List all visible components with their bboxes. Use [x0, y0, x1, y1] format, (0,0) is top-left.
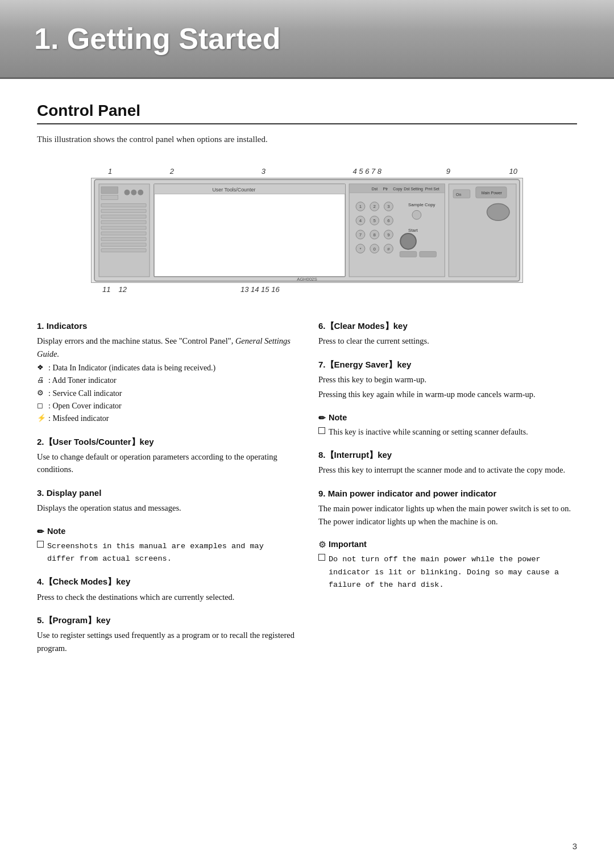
svg-point-51 [412, 210, 421, 219]
control-panel-diagram: 1 2 3 4 5 6 7 8 9 10 [91, 167, 523, 294]
service-call-icon: ⚙ [37, 388, 46, 399]
label-1: 1 [108, 167, 112, 176]
svg-text:Dst Setting: Dst Setting [404, 187, 423, 191]
toner-icon: 🖨 [37, 375, 46, 386]
service-call-text: : Service Call indicator [48, 388, 122, 399]
svg-text:3: 3 [387, 204, 390, 209]
svg-text:4: 4 [359, 218, 362, 223]
indicator-open-cover: ◻ : Open Cover indicator [37, 400, 296, 412]
note-inactive: ✏ Note This key is inactive while scanni… [318, 411, 577, 440]
panel-svg: User Tools/Counter Dst Ptr Copy Dst Sett… [91, 178, 523, 283]
svg-rect-7 [101, 204, 146, 207]
important-item: Do not turn off the main power while the… [318, 553, 577, 593]
svg-text:#: # [387, 247, 390, 252]
svg-text:Copy: Copy [393, 187, 403, 191]
important-label: Important [329, 538, 367, 550]
svg-text:On: On [456, 193, 461, 197]
data-in-text: : Data In Indicator (indicates data is b… [48, 362, 215, 374]
section-check-modes: 4.【Check Modes】key Press to check the de… [37, 575, 296, 603]
label-11: 11 [102, 285, 110, 294]
heading-main-power: 9. Main power indicator and power indica… [318, 487, 577, 500]
svg-rect-55 [420, 252, 437, 257]
svg-text:*: * [359, 247, 361, 252]
indicator-service-call: ⚙ : Service Call indicator [37, 388, 296, 399]
heading-display-panel: 3. Display panel [37, 486, 296, 499]
pencil-icon-2: ✏ [318, 411, 326, 424]
svg-rect-54 [400, 252, 417, 257]
indicator-add-toner: 🖨 : Add Toner indicator [37, 375, 296, 386]
svg-rect-11 [101, 226, 146, 229]
right-column: 6.【Clear Modes】key Press to clear the cu… [318, 319, 577, 665]
svg-point-53 [400, 233, 416, 249]
section-title: Control Panel [37, 102, 577, 124]
important-box: ⚙ Important Do not turn off the main pow… [318, 538, 577, 593]
svg-point-61 [487, 204, 510, 221]
note-item-inactive: This key is inactive while scanning or s… [318, 426, 577, 440]
intro-text: This illustration shows the control pane… [37, 135, 577, 144]
indicators-text1: Display errors and the machine status. S… [37, 335, 296, 360]
pencil-icon: ✏ [37, 525, 44, 538]
svg-text:2: 2 [373, 204, 375, 209]
important-text: Do not turn off the main power while the… [329, 553, 577, 591]
svg-rect-3 [101, 195, 118, 200]
data-in-icon: ❖ [37, 362, 46, 373]
heading-program: 5.【Program】key [37, 614, 296, 627]
section-interrupt: 8.【Interrupt】key Press this key to inter… [318, 448, 577, 477]
display-panel-text: Displays the operation status and messag… [37, 502, 296, 514]
chapter-title: 1. Getting Started [34, 22, 580, 56]
svg-text:User Tools/Counter: User Tools/Counter [212, 187, 255, 193]
svg-text:Ptr: Ptr [383, 187, 389, 191]
note-item-screenshots: Screenshots in this manual are examples … [37, 540, 296, 567]
svg-point-6 [138, 190, 143, 195]
two-column-content: 1. Indicators Display errors and the mac… [37, 319, 577, 665]
page-number: 3 [572, 841, 577, 851]
left-column: 1. Indicators Display errors and the mac… [37, 319, 296, 665]
svg-rect-10 [101, 220, 146, 224]
misfeed-icon: ⚡ [37, 413, 46, 424]
clear-modes-text: Press to clear the current settings. [318, 335, 577, 347]
svg-text:9: 9 [387, 232, 390, 237]
energy-saver-text2: Pressing this key again while in warm-up… [318, 388, 577, 400]
svg-text:1: 1 [359, 204, 362, 209]
misfeed-text: : Misfeed indicator [48, 413, 109, 424]
svg-rect-2 [101, 187, 118, 194]
svg-rect-14 [101, 243, 146, 247]
heading-interrupt: 8.【Interrupt】key [318, 448, 577, 461]
indicator-misfeed: ⚡ : Misfeed indicator [37, 413, 296, 424]
note-label: Note [47, 525, 65, 537]
check-modes-text: Press to check the destinations which ar… [37, 591, 296, 603]
heading-user-tools: 2.【User Tools/Counter】key [37, 435, 296, 448]
svg-rect-8 [101, 209, 146, 212]
program-text: Use to register settings used frequently… [37, 629, 296, 654]
heading-check-modes: 4.【Check Modes】key [37, 575, 296, 588]
label-4-8: 4 5 6 7 8 [352, 167, 381, 176]
section-display-panel: 3. Display panel Displays the operation … [37, 486, 296, 515]
important-title: ⚙ Important [318, 538, 577, 551]
note-title-inactive: ✏ Note [318, 411, 577, 424]
note-label-2: Note [329, 411, 347, 424]
svg-text:7: 7 [359, 232, 362, 237]
section-energy-saver: 7.【Energy Saver】key Press this key to be… [318, 358, 577, 401]
section-user-tools: 2.【User Tools/Counter】key Use to change … [37, 435, 296, 476]
label-13-16: 13 14 15 16 [240, 285, 280, 294]
heading-indicators: 1. Indicators [37, 319, 296, 332]
svg-rect-9 [101, 215, 146, 218]
label-3: 3 [262, 167, 265, 176]
heading-energy-saver: 7.【Energy Saver】key [318, 358, 577, 371]
open-cover-text: : Open Cover indicator [48, 400, 122, 412]
svg-text:Sample Copy: Sample Copy [408, 202, 435, 207]
main-power-text: The main power indicator lights up when … [318, 502, 577, 528]
svg-text:5: 5 [373, 218, 376, 223]
svg-text:Main Power: Main Power [482, 191, 503, 195]
indicator-list: ❖ : Data In Indicator (indicates data is… [37, 362, 296, 424]
note-screenshots: ✏ Note Screenshots in this manual are ex… [37, 525, 296, 567]
svg-point-4 [125, 190, 130, 195]
note-title-screenshots: ✏ Note [37, 525, 296, 538]
svg-text:6: 6 [387, 218, 390, 223]
section-clear-modes: 6.【Clear Modes】key Press to clear the cu… [318, 319, 577, 348]
note-inactive-text: This key is inactive while scanning or s… [329, 426, 528, 438]
section-program: 5.【Program】key Use to register settings … [37, 614, 296, 654]
svg-text:Start: Start [408, 228, 418, 233]
svg-text:Prnt Set: Prnt Set [425, 187, 439, 191]
svg-rect-16 [154, 184, 345, 277]
